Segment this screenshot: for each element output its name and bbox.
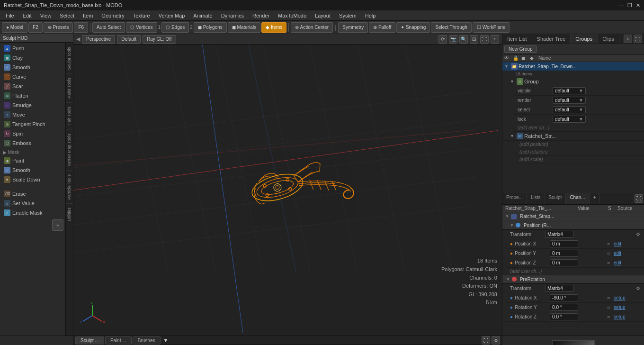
tab-groups[interactable]: Groups (571, 34, 598, 44)
tab-clips[interactable]: Clips (598, 34, 619, 44)
rot-y-setup[interactable]: setup (612, 304, 640, 310)
presets-button[interactable]: ⊕ Presets (44, 22, 73, 33)
prop-rot-z[interactable]: ● Rotation Z 0.0 ° ○ setup (506, 312, 644, 322)
select-dropdown[interactable]: default▼ (553, 106, 586, 113)
symmetry-button[interactable]: Symmetry (338, 22, 368, 33)
ratchet-toggle[interactable]: ▼ (510, 134, 516, 138)
menu-select[interactable]: Select (56, 12, 78, 19)
prop-prerot-transform[interactable]: Transform Matrix4 ⚙ (506, 284, 644, 293)
zoom-fit-icon[interactable]: ⊡ (470, 35, 478, 44)
pos-y-value[interactable]: 0 m (550, 250, 578, 257)
polygons-button[interactable]: ◼ Polygons (194, 22, 227, 33)
arrow-left-icon[interactable]: ◀ (76, 36, 80, 42)
tool-push[interactable]: ▲ Push (0, 44, 65, 53)
prop-rot-y[interactable]: ● Rotation Y 0.0 ° ○ setup (506, 303, 644, 312)
action-center-button[interactable]: ⊕ Action Center (291, 22, 333, 33)
menu-geometry[interactable]: Geometry (98, 12, 128, 19)
tree-toggle-root[interactable]: ▼ (504, 64, 510, 69)
tool-erase[interactable]: ⌫ Erase (0, 189, 65, 199)
close-button[interactable]: ✕ (636, 2, 640, 9)
tree-toggle-group[interactable]: ▼ (510, 79, 516, 84)
vtab-utilities[interactable]: Utilities (66, 203, 73, 225)
f2-button[interactable]: F2 (28, 22, 43, 33)
pos-x-value[interactable]: 0 m (550, 240, 578, 247)
render-dropdown[interactable]: default▼ (553, 97, 586, 104)
vtab-sculpt-tools[interactable]: Sculpt Tools (66, 43, 73, 73)
prop-pos-z[interactable]: ● Position Z 0 m ○ edit (506, 258, 644, 268)
pos-x-edit[interactable]: edit (612, 241, 640, 247)
viewport-canvas[interactable]: 18 Items Polygons: Catmull-Clark Channel… (73, 45, 502, 336)
sync-icon[interactable]: ⟳ (438, 35, 447, 44)
tool-tangent-pinch[interactable]: ⊙ Tangent Pinch (0, 119, 65, 129)
menu-texture[interactable]: Texture (129, 12, 154, 19)
workplane-button[interactable]: ☐ WorkPlane (473, 22, 510, 33)
menu-animate[interactable]: Animate (189, 12, 216, 19)
expand-bottom-btn[interactable]: ⛶ (482, 336, 490, 345)
prop-expand-button[interactable]: ⛶ (635, 194, 643, 203)
prop-tab-chan[interactable]: Chan... (566, 193, 589, 204)
menu-help[interactable]: Help (361, 12, 380, 19)
tab-item-list[interactable]: Item List (502, 34, 532, 44)
dropdown-arrow[interactable]: ▼ (163, 337, 169, 343)
prop-render[interactable]: render default▼ (514, 96, 644, 105)
vtab-paint-tools[interactable]: Paint Tools (66, 73, 73, 102)
menu-view[interactable]: View (36, 12, 55, 19)
add-user-channel[interactable]: (add user ch...) (514, 124, 644, 132)
pos-y-edit[interactable]: edit (612, 250, 640, 256)
tool-smudge[interactable]: ≈ Smudge (0, 100, 65, 110)
window-controls[interactable]: — ❐ ✕ (618, 2, 640, 9)
vertices-button[interactable]: ⬡ Vertices (126, 22, 157, 33)
prop-section-prerotation[interactable]: ▼ PreRotation (502, 275, 644, 284)
prop-section-position[interactable]: ▼ Position (R... (502, 221, 644, 230)
prop-tab-sculpt[interactable]: Sculpt (545, 193, 566, 204)
tree-root-item[interactable]: ▼ 📁 Ratchet_Strap_Tie_Down... (502, 62, 644, 71)
menu-item[interactable]: Item (79, 12, 97, 19)
rot-x-value[interactable]: -90.0 ° (550, 294, 578, 301)
tool-set-value[interactable]: # Set Value (0, 199, 65, 208)
vtab-hair-tools[interactable]: Hair Tools (66, 102, 73, 129)
vtab-vertex-map-tools[interactable]: Vertex Map Tools (66, 129, 73, 170)
prop-tab-properties[interactable]: Prope... (502, 193, 527, 204)
tree-ratchet-item[interactable]: ▼ M Ratchet_Str... (502, 132, 644, 141)
vtab-particle-tools[interactable]: Particle Tools (66, 170, 73, 203)
ray-gl-button[interactable]: Ray GL: Off (143, 35, 176, 44)
menu-vertex-map[interactable]: Vertex Map (155, 12, 189, 19)
add-user-channel-pos[interactable]: (add user ch...) (506, 268, 644, 275)
chevron-right-icon[interactable]: › (491, 35, 499, 44)
search-icon[interactable]: 🔍 (459, 35, 468, 44)
tool-spin[interactable]: ↻ Spin (0, 129, 65, 138)
tool-flatten[interactable]: ═ Flatten (0, 91, 65, 100)
edges-button[interactable]: ⬡ Edges (161, 22, 189, 33)
tool-emboss[interactable]: ⬡ Emboss (0, 138, 65, 148)
perspective-button[interactable]: Perspective (82, 35, 115, 44)
expand-button[interactable]: » (52, 219, 63, 231)
tool-clay[interactable]: ◼ Clay (0, 53, 65, 63)
menu-dynamics[interactable]: Dynamics (217, 12, 248, 19)
bottom-tab-paint[interactable]: Paint ... (105, 336, 132, 345)
add-rotation[interactable]: (add rotation) (516, 148, 644, 156)
visible-dropdown[interactable]: default▼ (553, 87, 586, 94)
tool-smooth-1[interactable]: ~ Smooth (0, 63, 65, 72)
auto-select-button[interactable]: Auto Select (92, 22, 125, 33)
materials-button[interactable]: ◼ Materials (228, 22, 260, 33)
prop-tab-add[interactable]: + (590, 193, 600, 204)
maximize-viewport-icon[interactable]: ⛶ (480, 35, 489, 44)
rot-z-setup[interactable]: setup (612, 314, 640, 320)
tool-smooth-2[interactable]: ~ Smooth (0, 165, 65, 175)
settings-bottom-btn[interactable]: ⚙ (492, 336, 500, 345)
menu-maxtomodo[interactable]: MaxToModo (274, 12, 310, 19)
prop-transform[interactable]: Transform Matrix4 ⚙ (506, 230, 644, 239)
prop-rot-x[interactable]: ● Rotation X -90.0 ° ○ setup (506, 293, 644, 303)
f6-button[interactable]: F6 (74, 22, 88, 33)
tree-group-item[interactable]: ▼ G Group (502, 77, 644, 86)
maximize-button[interactable]: ❐ (627, 2, 632, 9)
model-button[interactable]: ● Model (2, 22, 27, 33)
add-position[interactable]: (add position) (516, 141, 644, 148)
transform-gear-icon[interactable]: ⚙ (636, 232, 640, 237)
tool-enable-mask[interactable]: ✓ Enable Mask (0, 208, 65, 218)
prop-select[interactable]: select default▼ (514, 105, 644, 115)
menu-system[interactable]: System (335, 12, 360, 19)
select-through-button[interactable]: Select Through (431, 22, 472, 33)
bottom-tab-sculpt[interactable]: Sculpt ... (75, 336, 104, 345)
add-tab-button[interactable]: + (624, 35, 632, 43)
